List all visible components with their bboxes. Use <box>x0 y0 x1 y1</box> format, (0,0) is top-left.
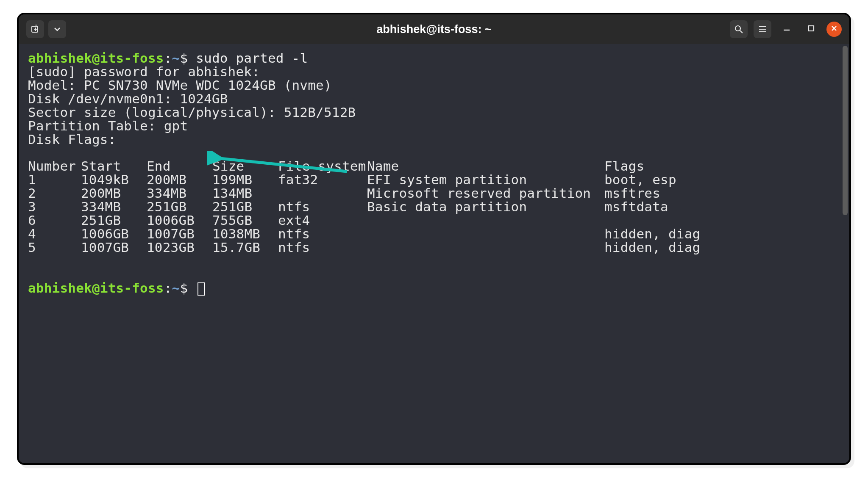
new-tab-icon <box>31 25 40 34</box>
prompt-line-1: abhishek@its-foss:~$ sudo parted -l <box>28 52 840 65</box>
table-cell: 251GB <box>212 200 278 214</box>
command-text: sudo parted -l <box>196 50 308 66</box>
col-flags: Flags <box>604 160 840 173</box>
table-cell: 251GB <box>81 214 147 227</box>
table-cell: 200MB <box>81 187 147 200</box>
table-cell <box>367 227 604 241</box>
table-cell: 1038MB <box>212 227 278 241</box>
table-cell: EFI system partition <box>367 173 604 187</box>
minimize-icon <box>782 24 791 34</box>
table-cell: 334MB <box>81 200 147 214</box>
maximize-icon <box>807 25 815 34</box>
partition-table: Number Start End Size File system Name F… <box>28 160 840 254</box>
table-cell <box>604 214 840 227</box>
table-cell: ntfs <box>278 227 367 241</box>
table-cell: Basic data partition <box>367 200 604 214</box>
model-line: Model: PC SN730 NVMe WDC 1024GB (nvme) <box>28 79 840 92</box>
new-tab-button[interactable] <box>26 20 44 38</box>
col-start: Start <box>81 160 147 173</box>
table-cell: boot, esp <box>604 173 840 187</box>
table-cell: 199MB <box>212 173 278 187</box>
prompt-cwd: ~ <box>172 50 180 66</box>
disk-flags-line: Disk Flags: <box>28 133 840 147</box>
scrollbar-thumb[interactable] <box>843 46 848 215</box>
hamburger-icon <box>758 25 767 34</box>
table-cell: 1006GB <box>147 214 212 227</box>
sector-line: Sector size (logical/physical): 512B/512… <box>28 106 840 119</box>
window-title: abhishek@its-foss: ~ <box>19 23 849 36</box>
table-cell: 4 <box>28 227 81 241</box>
table-cell: 6 <box>28 214 81 227</box>
menu-button[interactable] <box>754 20 771 38</box>
cursor <box>198 282 205 296</box>
terminal-body[interactable]: abhishek@its-foss:~$ sudo parted -l [sud… <box>19 44 849 303</box>
prompt-line-2: abhishek@its-foss:~$ <box>28 282 840 296</box>
svg-line-5 <box>740 30 743 33</box>
col-fs: File system <box>278 160 367 173</box>
titlebar-left-group <box>26 20 66 38</box>
table-cell: 1006GB <box>81 227 147 241</box>
table-cell: msftdata <box>604 200 840 214</box>
close-button[interactable] <box>826 22 842 37</box>
search-button[interactable] <box>730 20 748 38</box>
search-icon <box>734 25 743 34</box>
table-cell: ntfs <box>278 200 367 214</box>
minimize-button[interactable] <box>777 20 796 39</box>
table-cell: 1007GB <box>147 227 212 241</box>
svg-point-4 <box>735 26 740 31</box>
maximize-button[interactable] <box>802 20 821 39</box>
col-name: Name <box>367 160 604 173</box>
table-cell: 1023GB <box>147 241 212 254</box>
table-cell: 15.7GB <box>212 241 278 254</box>
terminal-window: abhishek@its-foss: ~ <box>17 13 851 465</box>
table-cell: ntfs <box>278 241 367 254</box>
prompt-user-host: abhishek@its-foss <box>28 50 164 66</box>
table-cell: 755GB <box>212 214 278 227</box>
table-cell: 5 <box>28 241 81 254</box>
table-cell: 1007GB <box>81 241 147 254</box>
table-cell: hidden, diag <box>604 241 840 254</box>
tab-dropdown-button[interactable] <box>48 20 66 38</box>
table-cell <box>367 241 604 254</box>
titlebar: abhishek@its-foss: ~ <box>19 14 849 44</box>
close-icon <box>830 25 838 34</box>
table-cell: 2 <box>28 187 81 200</box>
disk-line: Disk /dev/nvme0n1: 1024GB <box>28 92 840 106</box>
chevron-down-icon <box>53 25 61 33</box>
col-end: End <box>147 160 212 173</box>
table-cell: 1049kB <box>81 173 147 187</box>
col-size: Size <box>212 160 278 173</box>
table-cell: fat32 <box>278 173 367 187</box>
table-cell: 200MB <box>147 173 212 187</box>
table-cell: hidden, diag <box>604 227 840 241</box>
table-cell: 134MB <box>212 187 278 200</box>
table-cell: 3 <box>28 200 81 214</box>
table-cell <box>278 187 367 200</box>
table-cell: ext4 <box>278 214 367 227</box>
table-cell <box>367 214 604 227</box>
partition-table-value: gpt <box>164 118 188 133</box>
table-cell: 251GB <box>147 200 212 214</box>
table-cell: 1 <box>28 173 81 187</box>
table-cell: msftres <box>604 187 840 200</box>
table-cell: 334MB <box>147 187 212 200</box>
titlebar-right-group <box>730 20 842 39</box>
sudo-password-line: [sudo] password for abhishek: <box>28 65 840 79</box>
col-number: Number <box>28 160 81 173</box>
svg-rect-10 <box>809 26 814 31</box>
partition-table-line: Partition Table: gpt <box>28 119 840 133</box>
table-cell: Microsoft reserved partition <box>367 187 604 200</box>
